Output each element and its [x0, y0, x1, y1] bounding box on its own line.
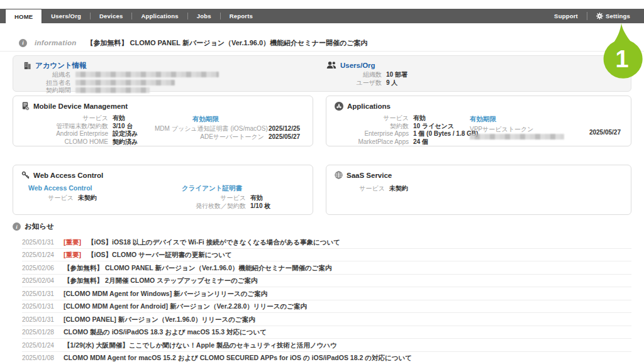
- field-value: 2025/12/25: [269, 125, 300, 133]
- wac-title: Web Access Control: [33, 172, 103, 179]
- field-value: 有効: [113, 114, 138, 122]
- redacted-value: [75, 80, 175, 85]
- notice-text: [CLOMO MDM Agent for Windows] 新バージョンリリース…: [64, 290, 267, 297]
- field-label: ユーザ数: [326, 79, 382, 87]
- notice-row[interactable]: 2025/01/08 CLOMO MDM Agent for macOS 15.…: [22, 352, 631, 362]
- notice-date: 2025/02/04: [22, 277, 57, 285]
- settings-button[interactable]: Settings: [590, 13, 636, 19]
- users-org-rows: 組織数 10 部署 ユーザ数 9 人: [326, 71, 408, 86]
- applications-heading: Applications: [335, 102, 391, 111]
- client-certificate-link[interactable]: クライアント証明書: [182, 184, 242, 193]
- tab-jobs[interactable]: Jobs: [188, 9, 220, 23]
- wac-service-link[interactable]: Web Access Control: [28, 184, 92, 192]
- notice-date: 2025/02/06: [22, 265, 57, 272]
- top-navigation-bar: HOME Users/Org Devices Applications Jobs…: [0, 9, 644, 23]
- notice-icon: i: [13, 222, 21, 231]
- notice-text: CLOMO 製品の iOS/iPadOS 18.3 および macOS 15.3…: [64, 328, 267, 336]
- field-label: 契約期間: [23, 87, 71, 94]
- field-value: 未契約: [389, 185, 408, 192]
- field-value: 1 個 (0 Bytes / 1.8 GB): [413, 130, 478, 138]
- notice-date: 2025/01/28: [22, 329, 57, 336]
- notice-text: 【iOS】CLOMO サーバー証明書の更新について: [87, 251, 232, 258]
- applications-expiry-link[interactable]: 有効期限: [470, 115, 496, 124]
- notice-text: CLOMO MDM Agent for macOS 15.2 および CLOMO…: [64, 354, 412, 361]
- field-label: サービス: [182, 194, 246, 202]
- mdm-card: Mobile Device Management サービス 有効 管理端末数/契…: [13, 96, 313, 146]
- account-summary-box: アカウント情報 組織名 担当者名 契約期間 Users/Org 組織数: [13, 55, 631, 92]
- notice-tag: [重要]: [64, 238, 81, 246]
- field-label: CLOMO HOME: [21, 138, 108, 146]
- users-org-heading[interactable]: Users/Org: [326, 61, 375, 69]
- notice-list: 2025/01/31 [重要] 【iOS】iOS18 以上のデバイスで Wi-F…: [22, 236, 631, 362]
- account-info-heading: アカウント情報: [23, 61, 87, 70]
- tab-users-org[interactable]: Users/Org: [42, 9, 90, 23]
- notice-row[interactable]: 2025/02/04 【参加無料】 2月開催 CLOMO ステップアップセミナー…: [22, 275, 631, 288]
- mdm-rows: サービス 有効 管理端末数/契約数 3/10 台 Android Enterpr…: [21, 114, 138, 145]
- key-icon: [21, 171, 30, 179]
- redacted-value: [75, 72, 219, 77]
- notice-row[interactable]: 2025/01/28 CLOMO 製品の iOS/iPadOS 18.3 および…: [22, 326, 631, 339]
- notice-row[interactable]: 2025/01/31 [CLOMO MDM Agent for Android]…: [22, 300, 631, 314]
- field-value: 有効: [413, 114, 478, 122]
- applications-card: Applications サービス 有効 契約数 10 ライセンス Enterp…: [326, 96, 631, 146]
- field-label: 担当者名: [23, 79, 71, 87]
- notice-date: 2025/01/31: [22, 290, 57, 298]
- field-value: 10 部署: [386, 71, 408, 79]
- notice-row[interactable]: 2025/01/24 [重要] 【iOS】CLOMO サーバー証明書の更新につい…: [22, 249, 631, 262]
- saas-rows: サービス 未契約: [335, 185, 408, 192]
- wac-right-rows: サービス 有効 発行枚数／契約数 1/10 枚: [182, 194, 270, 209]
- notice-text: 【参加無料】 2月開催 CLOMO ステップアップセミナーのご案内: [64, 277, 258, 284]
- notice-text: 【参加無料】 CLOMO PANEL 新バージョン（Ver.1.96.0）機能紹…: [64, 264, 332, 272]
- notice-row[interactable]: 2025/01/31 [重要] 【iOS】iOS18 以上のデバイスで Wi-F…: [22, 236, 631, 249]
- notice-text: [CLOMO PANEL] 新バージョン（Ver.1.96.0）リリースのご案内: [64, 315, 255, 323]
- notice-date: 2025/01/31: [22, 303, 57, 310]
- applications-title: Applications: [347, 102, 391, 110]
- notice-row[interactable]: 2025/01/24 【1/29(水) 大阪開催】ここでしか聞けない！Apple…: [22, 339, 631, 352]
- redacted-value: [75, 87, 150, 93]
- field-value: 有効: [250, 194, 270, 202]
- saas-heading: SaaS Service: [335, 171, 392, 179]
- mdm-expiry-link[interactable]: 有効期限: [192, 115, 219, 124]
- app-store-icon: [335, 102, 343, 111]
- applications-rows: サービス 有効 契約数 10 ライセンス Enterprise Apps 1 個…: [335, 114, 478, 145]
- notice-text: 【1/29(水) 大阪開催】ここでしか聞けない！Apple 製品のセキュリティ技…: [64, 341, 337, 349]
- callout-number: 1: [615, 46, 628, 72]
- field-label: 組織数: [326, 71, 382, 79]
- notices-title: お知らせ: [25, 222, 54, 231]
- notice-date: 2025/01/24: [22, 251, 57, 259]
- building-icon: [23, 62, 31, 70]
- wac-left-rows: サービス 未契約: [28, 194, 97, 202]
- account-info-rows: 組織名 担当者名 契約期間: [23, 71, 219, 94]
- notice-text: [CLOMO MDM Agent for Android] 新バージョン（Ver…: [64, 302, 307, 310]
- notices-section: i お知らせ 2025/01/31 [重要] 【iOS】iOS18 以上のデバイ…: [13, 222, 631, 362]
- divider: [587, 12, 587, 20]
- field-label: MDM プッシュ通知証明書 (iOS/macOS): [155, 125, 264, 133]
- information-label: information: [35, 39, 77, 47]
- settings-label: Settings: [606, 13, 630, 19]
- mdm-expiry-rows: MDM プッシュ通知証明書 (iOS/macOS) 2025/12/25 ADE…: [155, 125, 300, 140]
- notice-row[interactable]: 2025/01/31 [CLOMO PANEL] 新バージョン（Ver.1.96…: [22, 313, 631, 326]
- field-value: 9 人: [386, 79, 408, 87]
- notice-date: 2025/01/24: [22, 342, 57, 349]
- field-label: 契約数: [335, 123, 409, 130]
- field-label: ADEサーバートークン: [155, 133, 264, 141]
- clomo-panel-home: HOME Users/Org Devices Applications Jobs…: [0, 0, 644, 362]
- tab-home[interactable]: HOME: [5, 9, 42, 23]
- tab-applications[interactable]: Applications: [132, 9, 187, 23]
- vpp-token-label: VPPサービストークン: [470, 125, 533, 134]
- users-icon: [326, 61, 336, 69]
- field-label: 組織名: [23, 71, 71, 79]
- field-value: 2025/05/27: [269, 133, 300, 141]
- support-link[interactable]: Support: [548, 13, 584, 19]
- field-value: 24 個: [413, 138, 478, 146]
- notice-row[interactable]: 2025/01/31 [CLOMO MDM Agent for Windows]…: [22, 287, 631, 300]
- info-icon: i: [19, 39, 27, 47]
- wac-heading: Web Access Control: [21, 171, 103, 179]
- web-access-control-card: Web Access Control Web Access Control サー…: [13, 165, 313, 215]
- tab-devices[interactable]: Devices: [91, 9, 131, 23]
- notice-row[interactable]: 2025/02/06 【参加無料】 CLOMO PANEL 新バージョン（Ver…: [22, 261, 631, 275]
- field-label: サービス: [335, 185, 385, 192]
- step-1-callout: 1: [601, 23, 644, 80]
- information-message[interactable]: 【参加無料】 CLOMO PANEL 新バージョン（Ver.1.96.0）機能紹…: [87, 38, 368, 48]
- tab-reports[interactable]: Reports: [221, 9, 262, 23]
